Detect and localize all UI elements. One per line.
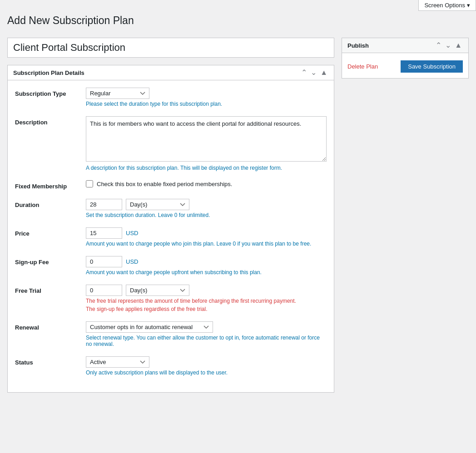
renewal-hint: Select renewal type. You can either allo… [86,335,327,347]
free-trial-row: Free Trial Day(s) Week(s) Month(s) Year(… [15,285,327,312]
description-hint: A description for this subscription plan… [86,165,327,171]
signup-fee-inline-row: USD [86,256,327,267]
plan-title-input[interactable] [7,38,334,58]
subscription-type-row: Subscription Type Regular Fixed Please s… [15,88,327,107]
price-input[interactable] [86,227,122,239]
status-select[interactable]: Active Inactive [86,356,149,368]
publish-collapse-down-button[interactable]: ⌄ [444,42,452,49]
screen-options-button[interactable]: Screen Options ▾ [418,0,476,11]
signup-fee-label: Sign-up Fee [15,256,79,266]
price-inline-row: USD [86,227,327,239]
fixed-membership-field: Check this box to enable fixed period me… [86,180,327,187]
publish-panel-title: Publish [347,42,369,49]
panel-header-actions: ⌃ ⌄ ▲ [300,69,328,76]
free-trial-hint1: The free trial represents the amount of … [86,298,327,304]
fixed-membership-label: Fixed Membership [15,180,79,190]
free-trial-number-input[interactable] [86,285,122,296]
free-trial-field: Day(s) Week(s) Month(s) Year(s) The free… [86,285,327,312]
duration-hint: Set the subscription duration. Leave 0 f… [86,212,327,218]
subscription-type-select[interactable]: Regular Fixed [86,88,149,99]
subscription-type-label: Subscription Type [15,88,79,97]
status-hint: Only active subscription plans will be d… [86,369,327,376]
signup-fee-currency: USD [126,258,138,265]
duration-label: Duration [15,199,79,208]
status-field: Active Inactive Only active subscription… [86,356,327,376]
status-row: Status Active Inactive Only active subsc… [15,356,327,376]
description-label: Description [15,116,79,126]
signup-fee-field: USD Amount you want to charge people upf… [86,256,327,276]
signup-fee-hint: Amount you want to charge people upfront… [86,269,327,276]
signup-fee-row: Sign-up Fee USD Amount you want to charg… [15,256,327,276]
publish-actions: Delete Plan Save Subscription [347,60,463,73]
renewal-label: Renewal [15,321,79,331]
delete-plan-link[interactable]: Delete Plan [347,63,378,70]
price-row: Price USD Amount you want to charge peop… [15,227,327,247]
free-trial-inline-row: Day(s) Week(s) Month(s) Year(s) [86,285,327,296]
publish-header-actions: ⌃ ⌄ ▲ [435,42,463,49]
right-column: Publish ⌃ ⌄ ▲ Delete Plan Save Subscript… [342,38,469,79]
status-label: Status [15,356,79,366]
renewal-field: Customer opts in for automatic renewal F… [86,321,327,347]
save-subscription-button[interactable]: Save Subscription [401,60,463,73]
description-field: This is for members who want to access t… [86,116,327,171]
free-trial-unit-select[interactable]: Day(s) Week(s) Month(s) Year(s) [126,285,189,296]
main-layout: Subscription Plan Details ⌃ ⌄ ▲ Subscrip… [0,30,476,407]
details-panel-title: Subscription Plan Details [13,69,84,76]
renewal-row: Renewal Customer opts in for automatic r… [15,321,327,347]
description-textarea[interactable]: This is for members who want to access t… [86,116,327,162]
price-field: USD Amount you want to charge people who… [86,227,327,247]
publish-panel: Publish ⌃ ⌄ ▲ Delete Plan Save Subscript… [342,38,469,79]
fixed-membership-checkbox-label: Check this box to enable fixed period me… [97,181,232,187]
description-row: Description This is for members who want… [15,116,327,171]
panel-collapse-down-button[interactable]: ⌄ [310,69,317,76]
details-panel: Subscription Plan Details ⌃ ⌄ ▲ Subscrip… [7,65,334,393]
screen-options-chevron: ▾ [467,2,470,9]
signup-fee-input[interactable] [86,256,122,267]
publish-collapse-up-button[interactable]: ⌃ [435,42,442,49]
panel-toggle-button[interactable]: ▲ [319,69,328,76]
details-panel-header: Subscription Plan Details ⌃ ⌄ ▲ [8,65,334,80]
top-bar: Screen Options ▾ [0,0,476,11]
panel-collapse-up-button[interactable]: ⌃ [300,69,308,76]
price-hint: Amount you want to charge people who joi… [86,241,327,247]
free-trial-label: Free Trial [15,285,79,294]
screen-options-label: Screen Options [424,2,465,9]
free-trial-hint2: The sign-up fee applies regardless of th… [86,306,327,312]
fixed-membership-row: Fixed Membership Check this box to enabl… [15,180,327,190]
left-column: Subscription Plan Details ⌃ ⌄ ▲ Subscrip… [7,38,334,400]
duration-number-input[interactable] [86,199,122,210]
duration-inline-row: Day(s) Week(s) Month(s) Year(s) [86,199,327,210]
subscription-type-hint: Please select the duration type for this… [86,101,327,107]
page-title: Add New Subscription Plan [0,11,476,27]
duration-unit-select[interactable]: Day(s) Week(s) Month(s) Year(s) [126,199,189,210]
publish-panel-header: Publish ⌃ ⌄ ▲ [342,38,468,53]
duration-field: Day(s) Week(s) Month(s) Year(s) Set the … [86,199,327,218]
price-currency: USD [126,230,138,236]
fixed-membership-checkbox-row: Check this box to enable fixed period me… [86,180,327,187]
fixed-membership-checkbox[interactable] [86,180,93,187]
price-label: Price [15,227,79,237]
details-panel-body: Subscription Type Regular Fixed Please s… [8,80,334,392]
duration-row: Duration Day(s) Week(s) Month(s) Year(s)… [15,199,327,218]
publish-panel-body: Delete Plan Save Subscription [342,53,468,78]
renewal-select[interactable]: Customer opts in for automatic renewal F… [86,321,213,333]
subscription-type-field: Regular Fixed Please select the duration… [86,88,327,107]
publish-toggle-button[interactable]: ▲ [454,42,463,49]
